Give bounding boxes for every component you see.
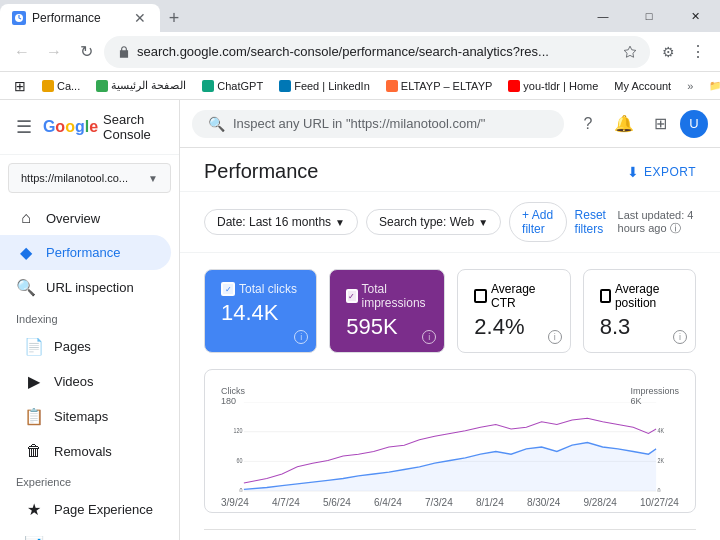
browser-nav-bar: ← → ↻ search.google.com/search-console/p… — [0, 32, 720, 72]
google-logo: Google Search Console — [43, 112, 163, 142]
tab-pages[interactable]: PAGES — [298, 530, 376, 540]
tab-close-button[interactable]: ✕ — [132, 10, 148, 26]
page-header: Performance ⬇ EXPORT — [180, 148, 720, 192]
experience-section: ★ Page Experience 📊 Core Web Vitals 🔒 HT… — [0, 492, 179, 540]
star-icon — [623, 45, 637, 59]
property-dropdown-arrow: ▼ — [148, 173, 158, 184]
extensions-button[interactable]: ⚙ — [654, 38, 682, 66]
reset-filters-link[interactable]: Reset filters — [575, 208, 610, 236]
bookmark-apps[interactable]: ⊞ — [8, 76, 32, 96]
add-filter-button[interactable]: + Add filter — [509, 202, 567, 242]
main-content: 🔍 Inspect any URL in "https://milanotool… — [180, 100, 720, 540]
forward-button[interactable]: → — [40, 38, 68, 66]
help-button[interactable]: ? — [572, 108, 604, 140]
filter-bar: Date: Last 16 months ▼ Search type: Web … — [180, 192, 720, 253]
sidebar: ☰ Google Search Console https://milanoto… — [0, 100, 180, 540]
tab-devices[interactable]: DEVICES — [489, 530, 582, 540]
data-tabs: QUERIES PAGES COUNTRIES DEVICES SEARCH A… — [204, 529, 696, 540]
sidebar-item-page-experience[interactable]: ★ Page Experience — [8, 492, 171, 527]
sidebar-item-url-inspection[interactable]: 🔍 URL inspection — [0, 270, 171, 305]
bookmark-eltayp[interactable]: ELTAYP – ELTAYP — [380, 78, 499, 94]
chart-area: Clicks 180 Impressions 6K 120 60 0 — [221, 386, 679, 496]
page-experience-icon: ★ — [24, 500, 44, 519]
metric-avg-position[interactable]: Average position 8.3 i — [583, 269, 696, 353]
tab-dates[interactable]: DATES — [708, 530, 720, 540]
sidebar-item-performance[interactable]: ◆ Performance — [0, 235, 171, 270]
tab-title: Performance — [32, 11, 126, 25]
tab-countries[interactable]: COUNTRIES — [376, 530, 489, 540]
minimize-button[interactable]: — — [580, 0, 626, 32]
bookmark-ca[interactable]: Ca... — [36, 78, 86, 94]
ctr-value: 2.4% — [474, 314, 553, 340]
property-selector[interactable]: https://milanotool.co... ▼ — [8, 163, 171, 193]
export-icon: ⬇ — [627, 164, 640, 180]
tab-queries[interactable]: QUERIES — [204, 530, 298, 540]
user-avatar[interactable]: U — [680, 110, 708, 138]
bookmark-myaccount[interactable]: My Account — [608, 78, 677, 94]
ctr-label: Average CTR — [474, 282, 553, 310]
export-button[interactable]: ⬇ EXPORT — [627, 164, 696, 180]
apps-button[interactable]: ⊞ — [644, 108, 676, 140]
notifications-button[interactable]: 🔔 — [608, 108, 640, 140]
sidebar-item-removals[interactable]: 🗑 Removals — [8, 434, 171, 468]
ctr-info-icon[interactable]: i — [548, 330, 562, 344]
date-filter-chevron: ▼ — [335, 217, 345, 228]
bookmark-homepage[interactable]: الصفحة الرئيسية — [90, 77, 192, 94]
gsc-app-header: 🔍 Inspect any URL in "https://milanotool… — [180, 100, 720, 148]
sidebar-item-videos[interactable]: ▶ Videos — [8, 364, 171, 399]
removals-icon: 🗑 — [24, 442, 44, 460]
position-label: Average position — [600, 282, 679, 310]
bookmark-more[interactable]: » — [681, 78, 699, 94]
bookmark-all[interactable]: 📁 All Bookmarks — [703, 78, 720, 94]
bookmark-chatgpt[interactable]: ChatGPT — [196, 78, 269, 94]
back-button[interactable]: ← — [8, 38, 36, 66]
sidebar-item-overview[interactable]: ⌂ Overview — [0, 201, 171, 235]
metric-total-impressions[interactable]: Total impressions 595K i — [329, 269, 445, 353]
header-icons: ? 🔔 ⊞ U — [572, 108, 708, 140]
sitemaps-icon: 📋 — [24, 407, 44, 426]
date-filter[interactable]: Date: Last 16 months ▼ — [204, 209, 358, 235]
chart-y-right-label: Impressions 6K — [630, 386, 679, 406]
svg-text:2K: 2K — [658, 458, 665, 464]
indexing-section-label: Indexing — [0, 305, 179, 329]
clicks-label: Total clicks — [221, 282, 300, 296]
search-icon: 🔍 — [208, 116, 225, 132]
clicks-checkbox[interactable] — [221, 282, 235, 296]
hamburger-button[interactable]: ☰ — [16, 116, 35, 138]
active-tab[interactable]: Performance ✕ — [0, 4, 160, 32]
url-inspection-icon: 🔍 — [16, 278, 36, 297]
menu-button[interactable]: ⋮ — [684, 38, 712, 66]
impressions-checkbox[interactable] — [346, 289, 357, 303]
sidebar-item-core-web-vitals[interactable]: 📊 Core Web Vitals — [8, 527, 171, 540]
impressions-info-icon[interactable]: i — [422, 330, 436, 344]
chart-y-left-label: Clicks 180 — [221, 386, 245, 406]
refresh-button[interactable]: ↻ — [72, 38, 100, 66]
sidebar-item-pages[interactable]: 📄 Pages — [8, 329, 171, 364]
maximize-button[interactable]: □ — [626, 0, 672, 32]
sidebar-header: ☰ Google Search Console — [0, 100, 179, 155]
window-controls: — □ ✕ — [580, 0, 720, 32]
clicks-info-icon[interactable]: i — [294, 330, 308, 344]
performance-icon: ◆ — [16, 243, 36, 262]
new-tab-button[interactable]: + — [160, 4, 188, 32]
metric-total-clicks[interactable]: Total clicks 14.4K i — [204, 269, 317, 353]
svg-text:4K: 4K — [658, 428, 665, 434]
search-type-filter[interactable]: Search type: Web ▼ — [366, 209, 501, 235]
sidebar-item-sitemaps[interactable]: 📋 Sitemaps — [8, 399, 171, 434]
tab-search-appearance[interactable]: SEARCH APPEARANCE — [582, 530, 708, 540]
close-button[interactable]: ✕ — [672, 0, 718, 32]
url-inspection-search[interactable]: 🔍 Inspect any URL in "https://milanotool… — [192, 110, 564, 138]
address-bar[interactable]: search.google.com/search-console/perform… — [104, 36, 650, 68]
bookmark-linkedin[interactable]: Feed | LinkedIn — [273, 78, 376, 94]
chart-x-labels: 3/9/24 4/7/24 5/6/24 6/4/24 7/3/24 8/1/2… — [221, 497, 679, 508]
svg-text:0: 0 — [658, 488, 662, 492]
position-checkbox[interactable] — [600, 289, 611, 303]
svg-text:120: 120 — [233, 428, 243, 434]
ctr-checkbox[interactable] — [474, 289, 487, 303]
bookmark-youtldr[interactable]: you-tldr | Home — [502, 78, 604, 94]
tabs-list: QUERIES PAGES COUNTRIES DEVICES SEARCH A… — [204, 530, 696, 540]
last-updated-text: Last updated: 4 hours ago ⓘ — [618, 209, 696, 236]
position-info-icon[interactable]: i — [673, 330, 687, 344]
metric-avg-ctr[interactable]: Average CTR 2.4% i — [457, 269, 570, 353]
metrics-row: Total clicks 14.4K i Total impressions 5… — [180, 253, 720, 369]
